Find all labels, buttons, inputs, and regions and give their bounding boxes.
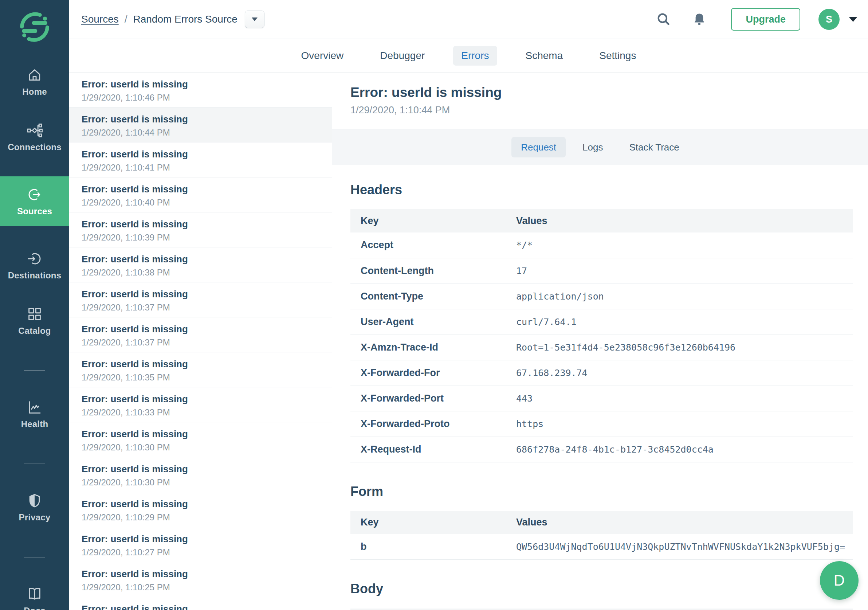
error-item-timestamp: 1/29/2020, 1:10:33 PM: [82, 407, 324, 418]
sidebar-item-label: Connections: [8, 142, 62, 152]
error-item-title: Error: userId is missing: [82, 219, 324, 230]
logo-bar-bottom: [22, 29, 37, 33]
tab-settings[interactable]: Settings: [591, 46, 644, 65]
breadcrumb-sources-link[interactable]: Sources: [81, 14, 119, 25]
error-list-item[interactable]: Error: userId is missing1/29/2020, 1:10:…: [69, 143, 332, 177]
connections-icon: [26, 123, 43, 138]
error-item-timestamp: 1/29/2020, 1:10:37 PM: [82, 337, 324, 348]
error-item-timestamp: 1/29/2020, 1:10:25 PM: [82, 582, 324, 593]
row-value: https: [506, 411, 853, 436]
subtab-logs[interactable]: Logs: [573, 137, 612, 157]
tab-debugger[interactable]: Debugger: [372, 46, 433, 65]
sidebar-nav: HomeConnectionsSourcesDestinationsCatalo…: [0, 65, 69, 610]
table-row: X-Forwarded-Protohttps: [350, 411, 853, 436]
row-key: Content-Length: [350, 258, 506, 284]
sidebar-divider: [24, 370, 45, 371]
row-value: 67.168.239.74: [506, 360, 853, 385]
row-key: Accept: [350, 233, 506, 258]
error-list-item[interactable]: Error: userId is missing1/29/2020, 1:10:…: [69, 282, 332, 317]
error-list-item[interactable]: Error: userId is missing1/29/2020, 1:10:…: [69, 387, 332, 422]
upgrade-button[interactable]: Upgrade: [731, 8, 800, 31]
notifications-button[interactable]: [692, 12, 707, 27]
error-item-timestamp: 1/29/2020, 1:10:37 PM: [82, 303, 324, 313]
error-list-item[interactable]: Error: userId is missing: [69, 597, 332, 610]
sidebar-item-sources[interactable]: Sources: [0, 176, 69, 226]
sidebar-item-label: Destinations: [8, 270, 61, 281]
error-item-title: Error: userId is missing: [82, 324, 324, 335]
error-list-item[interactable]: Error: userId is missing1/29/2020, 1:10:…: [69, 457, 332, 492]
error-item-title: Error: userId is missing: [82, 149, 324, 160]
row-key: X-Forwarded-Proto: [350, 411, 506, 436]
account-menu-caret-icon[interactable]: [849, 17, 857, 22]
error-item-timestamp: 1/29/2020, 1:10:35 PM: [82, 373, 324, 383]
source-tabs: OverviewDebuggerErrorsSchemaSettings: [69, 39, 868, 73]
section-heading: Form: [350, 484, 853, 499]
row-value: 17: [506, 258, 853, 284]
avatar[interactable]: S: [818, 9, 840, 30]
table-row: Content-Typeapplication/json: [350, 284, 853, 309]
home-icon: [26, 67, 43, 83]
sidebar-item-docs[interactable]: Docs: [0, 585, 69, 610]
error-item-title: Error: userId is missing: [82, 79, 324, 90]
error-item-timestamp: 1/29/2020, 1:10:46 PM: [82, 93, 324, 103]
main-area: Sources / Random Errors Source: [69, 0, 868, 610]
docs-icon: [26, 586, 43, 602]
catalog-icon: [26, 306, 43, 322]
sidebar-item-privacy[interactable]: Privacy: [0, 491, 69, 523]
sidebar-item-connections[interactable]: Connections: [0, 121, 69, 153]
sidebar-item-label: Privacy: [19, 512, 51, 523]
sidebar-item-health[interactable]: Health: [0, 398, 69, 430]
sidebar: HomeConnectionsSourcesDestinationsCatalo…: [0, 0, 69, 610]
section-heading: Body: [350, 581, 853, 596]
error-item-title: Error: userId is missing: [82, 498, 324, 509]
error-item-timestamp: 1/29/2020, 1:10:39 PM: [82, 233, 324, 243]
chat-widget-button[interactable]: D: [820, 561, 859, 600]
tab-errors[interactable]: Errors: [453, 46, 497, 65]
section-body: BodyKeyValues: [350, 581, 853, 610]
row-value: 686f278a-24f8-4b1c-b127-3c8452d0cc4a: [506, 436, 853, 462]
column-header: Values: [506, 608, 853, 610]
search-icon: [656, 12, 671, 27]
source-switcher-dropdown-button[interactable]: [245, 11, 264, 28]
table-row: X-Forwarded-Port443: [350, 385, 853, 411]
tab-overview[interactable]: Overview: [293, 46, 352, 65]
error-list-item[interactable]: Error: userId is missing1/29/2020, 1:10:…: [69, 247, 332, 282]
sidebar-item-destinations[interactable]: Destinations: [0, 249, 69, 281]
error-list-item[interactable]: Error: userId is missing1/29/2020, 1:10:…: [69, 352, 332, 387]
row-key: b: [350, 534, 506, 560]
error-list-item[interactable]: Error: userId is missing1/29/2020, 1:10:…: [69, 562, 332, 597]
breadcrumb-current-source: Random Errors Source: [133, 14, 237, 25]
subtab-request[interactable]: Request: [512, 137, 566, 157]
error-item-title: Error: userId is missing: [82, 428, 324, 439]
column-header: Values: [506, 209, 853, 233]
row-key: X-Request-Id: [350, 436, 506, 462]
error-list-item[interactable]: Error: userId is missing1/29/2020, 1:10:…: [69, 317, 332, 352]
error-item-timestamp: 1/29/2020, 1:10:27 PM: [82, 547, 324, 557]
error-list-item[interactable]: Error: userId is missing1/29/2020, 1:10:…: [69, 213, 332, 247]
error-list-item[interactable]: Error: userId is missing1/29/2020, 1:10:…: [69, 422, 332, 457]
key-values-table: KeyValues: [350, 608, 853, 610]
tab-schema[interactable]: Schema: [518, 46, 571, 65]
segment-logo[interactable]: [19, 9, 51, 45]
table-row: bQW56d3U4WjNqdTo6U1U4VjN3QkpUZTNvTnhWVFN…: [350, 534, 853, 560]
table-row: X-Request-Id686f278a-24f8-4b1c-b127-3c84…: [350, 436, 853, 462]
sidebar-item-home[interactable]: Home: [0, 65, 69, 98]
error-list-item[interactable]: Error: userId is missing1/29/2020, 1:10:…: [69, 527, 332, 562]
subtab-stack-trace[interactable]: Stack Trace: [620, 137, 688, 157]
error-list-item[interactable]: Error: userId is missing1/29/2020, 1:10:…: [69, 107, 332, 143]
privacy-icon: [26, 493, 43, 509]
error-list-item[interactable]: Error: userId is missing1/29/2020, 1:10:…: [69, 177, 332, 213]
search-button[interactable]: [656, 12, 671, 27]
column-header: Key: [350, 209, 506, 233]
row-key: User-Agent: [350, 309, 506, 335]
sidebar-divider: [24, 464, 45, 464]
destinations-icon: [26, 251, 43, 267]
error-item-title: Error: userId is missing: [82, 568, 324, 579]
error-list-item[interactable]: Error: userId is missing1/29/2020, 1:10:…: [69, 73, 332, 107]
row-key: X-Forwarded-Port: [350, 385, 506, 411]
error-detail-timestamp: 1/29/2020, 1:10:44 PM: [350, 105, 868, 116]
error-list-item[interactable]: Error: userId is missing1/29/2020, 1:10:…: [69, 492, 332, 527]
error-item-timestamp: 1/29/2020, 1:10:41 PM: [82, 163, 324, 173]
sidebar-divider: [24, 557, 45, 557]
sidebar-item-catalog[interactable]: Catalog: [0, 305, 69, 337]
